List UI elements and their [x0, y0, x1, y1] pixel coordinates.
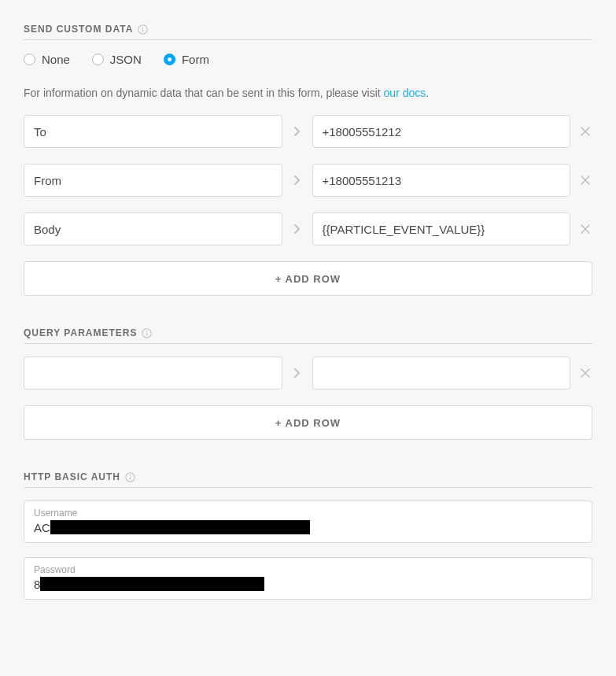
- info-icon: [125, 472, 135, 482]
- add-query-row-button[interactable]: + ADD ROW: [24, 405, 592, 440]
- svg-rect-8: [130, 475, 131, 475]
- hint-suffix: .: [426, 87, 429, 99]
- radio-circle-icon: [24, 54, 35, 65]
- form-data-row: [24, 115, 592, 148]
- chevron-right-icon: [290, 368, 304, 379]
- redacted-block: [40, 577, 264, 591]
- radio-json[interactable]: JSON: [92, 53, 142, 66]
- docs-link[interactable]: our docs: [384, 87, 426, 99]
- query-parameters-header: QUERY PARAMETERS: [24, 327, 592, 344]
- form-data-row: [24, 212, 592, 246]
- form-value-input[interactable]: [312, 115, 571, 148]
- remove-row-button[interactable]: [578, 224, 592, 234]
- form-key-input[interactable]: [24, 115, 282, 148]
- query-parameters-title: QUERY PARAMETERS: [24, 327, 137, 338]
- radio-none[interactable]: None: [24, 53, 70, 66]
- radio-none-label: None: [42, 53, 70, 66]
- query-key-input[interactable]: [24, 356, 282, 390]
- http-basic-auth-title: HTTP BASIC AUTH: [24, 471, 120, 482]
- svg-rect-5: [146, 331, 147, 331]
- password-value: 8: [34, 577, 582, 591]
- add-form-row-button[interactable]: + ADD ROW: [24, 261, 592, 296]
- remove-row-button[interactable]: [578, 127, 592, 136]
- radio-circle-icon: [92, 54, 104, 65]
- form-value-input[interactable]: [312, 212, 571, 246]
- svg-rect-1: [142, 28, 143, 31]
- password-field[interactable]: Password 8: [24, 557, 592, 600]
- chevron-right-icon: [290, 175, 304, 186]
- svg-rect-4: [146, 332, 147, 335]
- svg-rect-7: [130, 476, 131, 479]
- username-prefix: AC: [34, 521, 50, 534]
- password-prefix: 8: [34, 578, 40, 591]
- form-key-input[interactable]: [24, 164, 282, 197]
- radio-circle-icon: [164, 54, 175, 65]
- password-label: Password: [34, 564, 582, 575]
- remove-row-button[interactable]: [578, 368, 592, 378]
- info-icon: [142, 328, 152, 338]
- hint-prefix: For information on dynamic data that can…: [24, 87, 384, 99]
- info-icon: [138, 24, 148, 35]
- svg-rect-2: [142, 27, 143, 28]
- query-param-row: [24, 356, 592, 390]
- username-value: AC: [34, 520, 582, 534]
- radio-json-label: JSON: [110, 53, 142, 66]
- remove-row-button[interactable]: [578, 175, 592, 185]
- radio-form[interactable]: Form: [164, 53, 209, 66]
- chevron-right-icon: [290, 223, 304, 235]
- query-value-input[interactable]: [312, 356, 571, 390]
- form-key-input[interactable]: [24, 212, 282, 246]
- redacted-block: [50, 520, 310, 534]
- http-basic-auth-header: HTTP BASIC AUTH: [24, 471, 592, 488]
- username-label: Username: [34, 508, 582, 519]
- form-data-row: [24, 164, 592, 197]
- hint-text: For information on dynamic data that can…: [24, 87, 592, 99]
- data-format-radio-group: None JSON Form: [24, 53, 592, 66]
- send-custom-data-title: SEND CUSTOM DATA: [24, 24, 133, 35]
- username-field[interactable]: Username AC: [24, 501, 592, 543]
- send-custom-data-header: SEND CUSTOM DATA: [24, 24, 592, 40]
- chevron-right-icon: [290, 126, 304, 137]
- radio-form-label: Form: [182, 53, 209, 66]
- form-value-input[interactable]: [312, 164, 571, 197]
